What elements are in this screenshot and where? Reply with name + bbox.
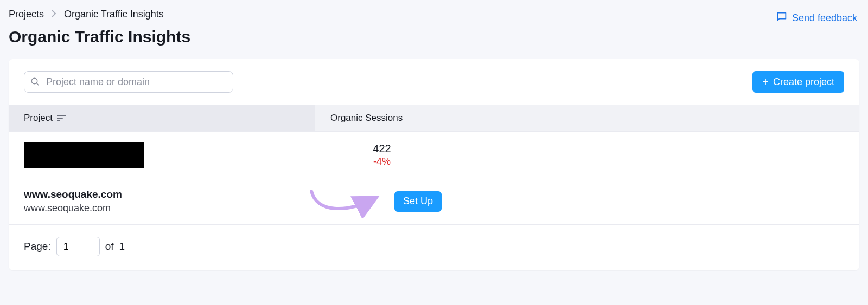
feedback-icon: [776, 11, 788, 25]
create-project-label: Create project: [773, 76, 834, 88]
send-feedback-label: Send feedback: [792, 12, 857, 24]
table-header: Project Organic Sessions: [9, 105, 859, 132]
arrow-annotation-icon: [309, 186, 385, 218]
redacted-project-name: [24, 142, 144, 168]
breadcrumb-root[interactable]: Projects: [9, 9, 44, 20]
search-field-wrap: [24, 71, 233, 93]
project-name[interactable]: www.seoquake.com: [24, 189, 300, 200]
breadcrumb-current: Organic Traffic Insights: [64, 9, 164, 20]
pagination-of-label: of: [105, 241, 114, 252]
pagination-label: Page:: [24, 241, 51, 252]
set-up-button[interactable]: Set Up: [394, 191, 442, 212]
column-header-sessions-label: Organic Sessions: [330, 113, 403, 124]
chevron-right-icon: [52, 10, 56, 19]
sort-icon: [57, 115, 66, 121]
column-header-project-label: Project: [24, 113, 53, 124]
column-header-project[interactable]: Project: [9, 105, 315, 131]
project-domain: www.seoquake.com: [24, 203, 300, 214]
send-feedback-link[interactable]: Send feedback: [776, 9, 859, 25]
column-header-sessions[interactable]: Organic Sessions: [315, 105, 859, 131]
pagination-input[interactable]: [56, 237, 100, 256]
projects-card: + Create project Project Organic Session…: [9, 59, 859, 270]
breadcrumb: Projects Organic Traffic Insights: [9, 9, 190, 20]
sessions-delta: -4%: [330, 156, 433, 167]
table-row: 422 -4%: [9, 132, 859, 178]
create-project-button[interactable]: + Create project: [752, 71, 844, 93]
search-input[interactable]: [24, 71, 233, 93]
pagination-total: 1: [119, 241, 125, 252]
page-title: Organic Traffic Insights: [9, 28, 190, 46]
pagination: Page: of 1: [9, 225, 859, 270]
sessions-value: 422: [330, 142, 433, 155]
plus-icon: +: [762, 76, 769, 87]
table-row: www.seoquake.com www.seoquake.com Set Up: [9, 178, 859, 225]
sessions-block: 422 -4%: [330, 142, 433, 167]
search-icon: [30, 77, 40, 87]
